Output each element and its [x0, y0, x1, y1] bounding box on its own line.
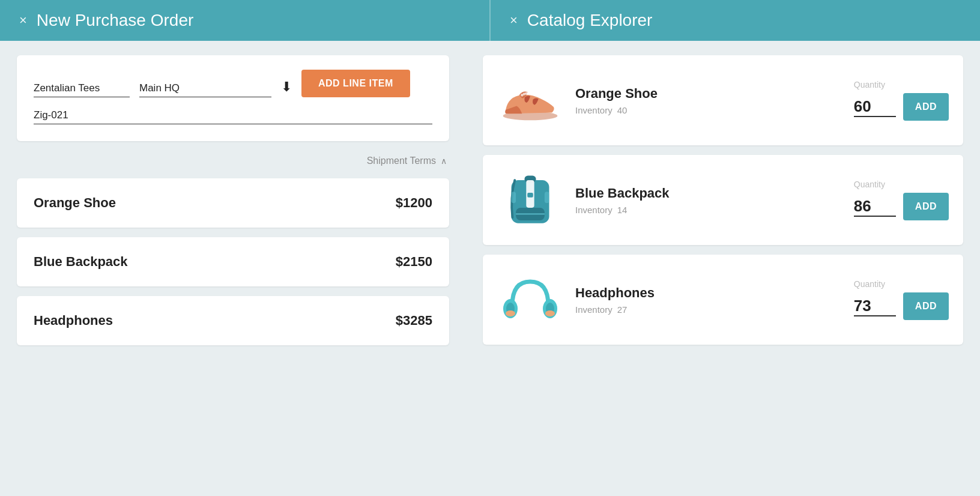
catalog-explorer-title: Catalog Explorer	[527, 11, 653, 30]
form-card: ⬇ ADD LINE ITEM	[17, 55, 449, 141]
form-bottom-row	[34, 109, 432, 124]
add-line-item-button[interactable]: ADD LINE ITEM	[301, 70, 410, 97]
catalog-item-name: Blue Backpack	[575, 186, 842, 201]
close-purchase-order-button[interactable]: ×	[19, 13, 27, 28]
catalog-item-headphones: Headphones Inventory 27 Quantity ADD	[483, 255, 963, 345]
line-item-row: Blue Backpack $2150	[17, 237, 449, 286]
headphones-image	[497, 267, 563, 333]
catalog-item-inventory: Inventory 27	[575, 304, 842, 315]
svg-point-14	[506, 310, 515, 316]
quantity-row: ADD	[854, 292, 949, 320]
quantity-label: Quantity	[854, 80, 885, 89]
purchase-order-title: New Purchase Order	[37, 11, 193, 30]
blue-backpack-quantity-input[interactable]	[854, 197, 896, 217]
inventory-count: 14	[617, 205, 628, 215]
inventory-label: Inventory	[575, 304, 612, 315]
orange-shoe-quantity-section: Quantity ADD	[854, 80, 949, 121]
headphones-add-button[interactable]: ADD	[903, 292, 949, 320]
orange-shoe-image	[497, 67, 563, 133]
left-panel: ⬇ ADD LINE ITEM Shipment Terms ∧ Orange …	[0, 41, 466, 496]
svg-rect-9	[527, 193, 533, 198]
quantity-row: ADD	[854, 93, 949, 121]
blue-backpack-quantity-section: Quantity ADD	[854, 180, 949, 220]
quantity-label: Quantity	[854, 279, 885, 289]
svg-point-17	[545, 310, 555, 316]
inventory-label: Inventory	[575, 105, 612, 115]
header-bar: × New Purchase Order × Catalog Explorer	[0, 0, 980, 41]
vendor-input[interactable]	[34, 82, 130, 94]
quantity-label: Quantity	[854, 180, 885, 189]
location-input[interactable]	[139, 82, 271, 94]
shipment-terms-bar[interactable]: Shipment Terms ∧	[17, 151, 449, 169]
inventory-count: 40	[617, 105, 628, 115]
catalog-item-blue-backpack: Blue Backpack Inventory 14 Quantity ADD	[483, 155, 963, 245]
right-header: × Catalog Explorer	[491, 0, 980, 41]
shipment-terms-label: Shipment Terms	[367, 156, 436, 166]
po-number-field	[34, 109, 432, 124]
chevron-up-icon: ∧	[441, 156, 447, 166]
form-top-row: ⬇ ADD LINE ITEM	[34, 70, 432, 97]
quantity-row: ADD	[854, 193, 949, 220]
headphones-quantity-section: Quantity ADD	[854, 279, 949, 320]
line-item-price: $2150	[396, 254, 432, 270]
shoe-icon	[500, 79, 560, 121]
vendor-field	[34, 82, 130, 97]
headphones-info: Headphones Inventory 27	[575, 285, 842, 315]
catalog-item-inventory: Inventory 40	[575, 105, 842, 115]
left-header: × New Purchase Order	[0, 0, 491, 41]
orange-shoe-quantity-input[interactable]	[854, 97, 896, 117]
inventory-count: 27	[617, 304, 628, 315]
svg-rect-11	[545, 192, 549, 203]
catalog-item-orange-shoe: Orange Shoe Inventory 40 Quantity ADD	[483, 55, 963, 145]
catalog-item-inventory: Inventory 14	[575, 205, 842, 215]
inventory-label: Inventory	[575, 205, 612, 215]
location-field	[139, 82, 271, 97]
close-catalog-explorer-button[interactable]: ×	[510, 13, 518, 28]
line-item-name: Headphones	[34, 313, 113, 328]
headphones-quantity-input[interactable]	[854, 297, 896, 316]
line-item-price: $3285	[396, 313, 432, 328]
backpack-icon	[503, 169, 557, 232]
line-item-row: Orange Shoe $1200	[17, 178, 449, 228]
main-content: ⬇ ADD LINE ITEM Shipment Terms ∧ Orange …	[0, 41, 980, 496]
svg-rect-10	[512, 192, 516, 203]
orange-shoe-info: Orange Shoe Inventory 40	[575, 86, 842, 115]
catalog-item-name: Headphones	[575, 285, 842, 301]
line-item-price: $1200	[396, 195, 432, 211]
headphones-icon	[503, 273, 557, 327]
blue-backpack-info: Blue Backpack Inventory 14	[575, 186, 842, 215]
catalog-item-name: Orange Shoe	[575, 86, 842, 101]
svg-point-3	[525, 92, 528, 95]
line-item-name: Orange Shoe	[34, 195, 116, 211]
download-icon[interactable]: ⬇	[281, 79, 292, 95]
line-item-row: Headphones $3285	[17, 296, 449, 345]
right-panel: Orange Shoe Inventory 40 Quantity ADD	[466, 41, 980, 496]
blue-backpack-image	[497, 167, 563, 233]
orange-shoe-add-button[interactable]: ADD	[903, 93, 949, 121]
line-item-name: Blue Backpack	[34, 254, 128, 270]
blue-backpack-add-button[interactable]: ADD	[903, 193, 949, 220]
po-number-input[interactable]	[34, 109, 432, 121]
